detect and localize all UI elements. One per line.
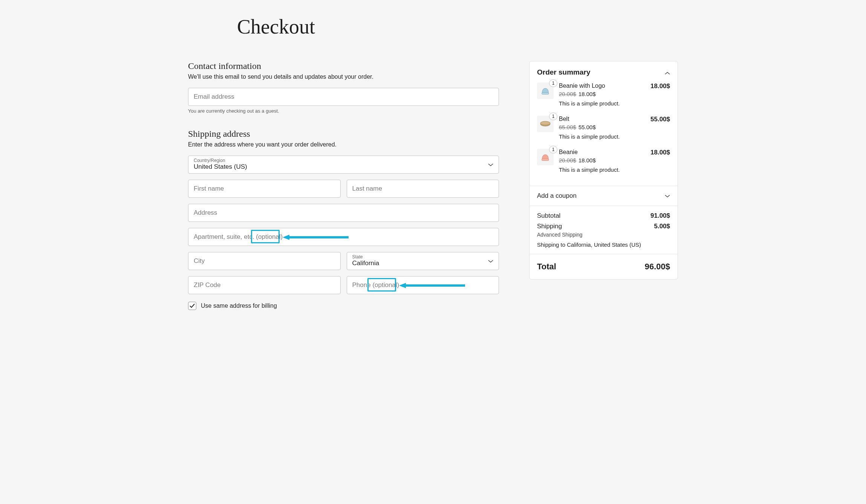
chevron-down-icon xyxy=(665,192,670,200)
shipping-section: Shipping address Enter the address where… xyxy=(188,129,499,310)
annotation-arrow-icon xyxy=(283,234,350,241)
state-value: California xyxy=(352,260,379,267)
shipping-desc: Enter the address where you want your or… xyxy=(188,141,499,148)
country-select[interactable]: Country/Region United States (US) xyxy=(188,156,499,174)
shipping-to: Shipping to California, United States (U… xyxy=(537,241,670,248)
total-label: Total xyxy=(537,262,556,272)
item-total: 18.00$ xyxy=(650,82,670,107)
email-field[interactable]: Email address xyxy=(188,88,499,106)
email-placeholder: Email address xyxy=(194,93,234,101)
cart-item: 1 Beanie with Logo 20.00$18.00$ This is … xyxy=(537,82,670,107)
item-name: Beanie with Logo xyxy=(559,82,645,89)
same-billing-checkbox[interactable] xyxy=(188,302,196,310)
cart-item: 1 Beanie 20.00$18.00$ This is a simple p… xyxy=(537,149,670,173)
summary-title: Order summary xyxy=(537,68,591,76)
item-total: 55.00$ xyxy=(650,116,670,140)
chevron-down-icon xyxy=(488,258,493,264)
contact-section: Contact information We'll use this email… xyxy=(188,61,499,114)
svg-point-6 xyxy=(540,121,550,125)
contact-desc: We'll use this email to send you details… xyxy=(188,73,499,80)
state-select[interactable]: State California xyxy=(347,252,499,270)
shipping-method: Advanced Shipping xyxy=(537,232,670,238)
shipping-title: Shipping address xyxy=(188,129,499,139)
chevron-down-icon xyxy=(488,161,493,168)
coupon-toggle[interactable]: Add a coupon xyxy=(529,186,678,206)
cart-item: 1 Belt 65.00$55.00$ This is a simple pro… xyxy=(537,116,670,140)
shipping-value: 5.00$ xyxy=(654,223,670,230)
svg-rect-4 xyxy=(542,93,549,95)
first-name-field[interactable]: First name xyxy=(188,180,341,198)
subtotal-value: 91.00$ xyxy=(650,212,670,220)
chevron-up-icon[interactable] xyxy=(665,68,670,76)
subtotal-label: Subtotal xyxy=(537,212,560,220)
zip-field[interactable]: ZIP Code xyxy=(188,276,341,294)
phone-field[interactable]: Phone (optional) xyxy=(347,276,499,294)
state-label: State xyxy=(352,254,363,260)
city-field[interactable]: City xyxy=(188,252,341,270)
total-value: 96.00$ xyxy=(645,262,670,272)
order-summary: Order summary 1 Beani xyxy=(529,61,678,279)
item-name: Belt xyxy=(559,116,645,122)
svg-marker-3 xyxy=(399,283,406,288)
same-billing-label: Use same address for billing xyxy=(201,302,277,309)
item-name: Beanie xyxy=(559,149,645,156)
last-name-field[interactable]: Last name xyxy=(347,180,499,198)
annotation-arrow-icon xyxy=(399,282,467,289)
svg-rect-7 xyxy=(542,159,549,161)
country-value: United States (US) xyxy=(194,163,247,171)
contact-title: Contact information xyxy=(188,61,499,71)
guest-note: You are currently checking out as a gues… xyxy=(188,108,499,114)
shipping-label: Shipping xyxy=(537,223,562,230)
address-field[interactable]: Address xyxy=(188,204,499,222)
page-title: Checkout xyxy=(237,15,678,38)
svg-marker-1 xyxy=(283,235,289,240)
country-label: Country/Region xyxy=(194,158,225,163)
qty-badge: 1 xyxy=(549,146,557,153)
qty-badge: 1 xyxy=(549,113,557,120)
apartment-field[interactable]: Apartment, suite, etc. (optional) xyxy=(188,228,499,246)
qty-badge: 1 xyxy=(549,79,557,87)
item-total: 18.00$ xyxy=(650,149,670,173)
